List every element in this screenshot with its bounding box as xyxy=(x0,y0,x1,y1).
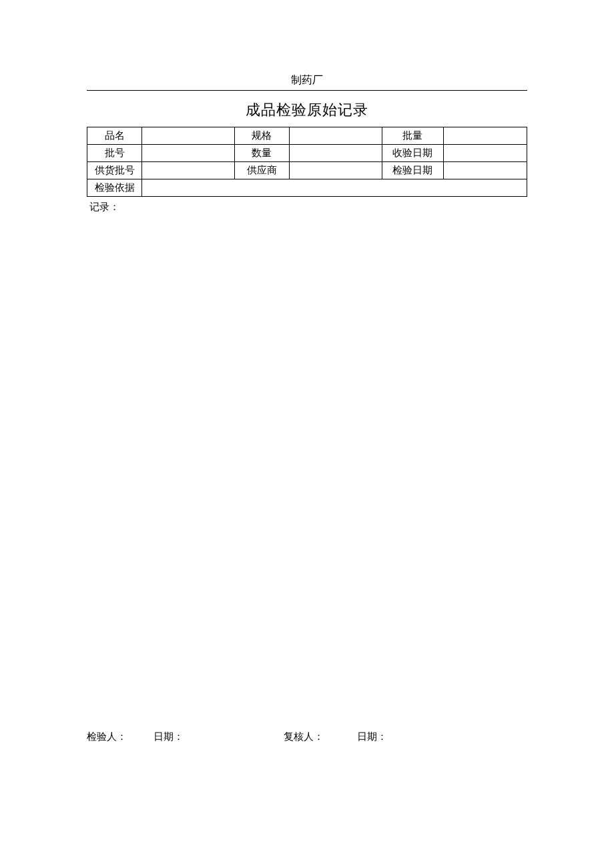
label-inspect-basis: 检验依据 xyxy=(87,179,142,197)
label-inspect-date: 检验日期 xyxy=(382,162,443,179)
table-row: 供货批号 供应商 检验日期 xyxy=(87,162,527,179)
value-spec xyxy=(290,127,382,145)
value-receive-date xyxy=(443,145,527,162)
value-batch-qty xyxy=(443,127,527,145)
label-supplier: 供应商 xyxy=(234,162,289,179)
date1-label: 日期： xyxy=(154,731,284,743)
label-product-name: 品名 xyxy=(87,127,142,145)
label-batch-no: 批号 xyxy=(87,145,142,162)
table-row: 检验依据 xyxy=(87,179,527,197)
label-batch-qty: 批量 xyxy=(382,127,443,145)
value-quantity xyxy=(290,145,382,162)
table-row: 批号 数量 收验日期 xyxy=(87,145,527,162)
inspector-label: 检验人： xyxy=(87,731,154,743)
page-title: 成品检验原始记录 xyxy=(87,91,527,127)
table-row: 品名 规格 批量 xyxy=(87,127,527,145)
record-label: 记录： xyxy=(87,197,527,213)
label-quantity: 数量 xyxy=(234,145,289,162)
date2-label: 日期： xyxy=(357,731,387,743)
value-product-name xyxy=(142,127,234,145)
label-spec: 规格 xyxy=(234,127,289,145)
footer: 检验人： 日期： 复核人： 日期： xyxy=(87,731,527,743)
reviewer-label: 复核人： xyxy=(284,731,357,743)
label-supply-batch: 供货批号 xyxy=(87,162,142,179)
value-inspect-basis xyxy=(142,179,527,197)
info-table: 品名 规格 批量 批号 数量 收验日期 供货批号 供应商 检验日期 检验依据 xyxy=(87,127,527,197)
value-batch-no xyxy=(142,145,234,162)
value-supplier xyxy=(290,162,382,179)
label-receive-date: 收验日期 xyxy=(382,145,443,162)
value-supply-batch xyxy=(142,162,234,179)
company-header: 制药厂 xyxy=(87,73,527,91)
value-inspect-date xyxy=(443,162,527,179)
